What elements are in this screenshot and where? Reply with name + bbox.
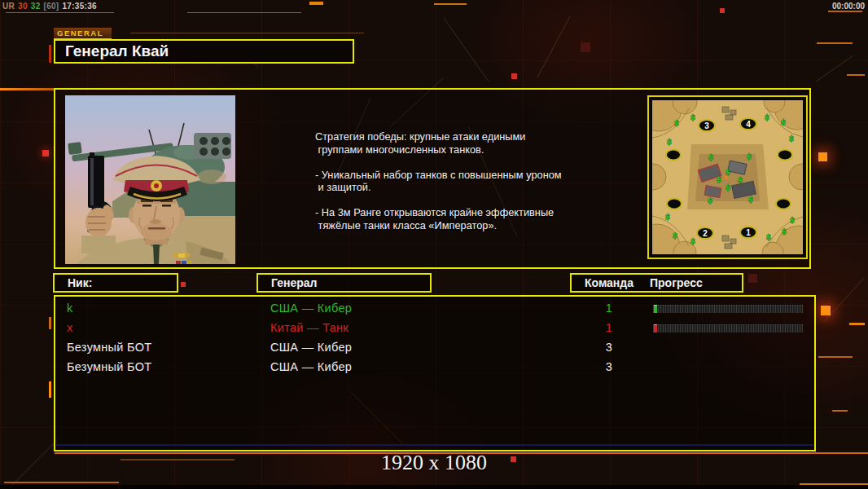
decor-line: [434, 3, 467, 5]
map-supply-icon: $: [766, 233, 771, 241]
gentool-stat3: [60]: [44, 2, 59, 11]
player-general: США — Кибер: [270, 360, 352, 373]
map-supply-icon: $: [726, 183, 730, 192]
map-preview-image: 3421$$$$$$$$$$$$$$$$$$$$: [652, 100, 803, 254]
decor-line: [832, 410, 848, 412]
decor-square: [818, 152, 827, 161]
decor-line: [130, 33, 364, 33]
resolution-label: 1920 x 1080: [0, 451, 868, 475]
player-general: США — Кибер: [270, 302, 352, 315]
players-table: kСША — Кибер1xКитай — Танк1Безумный БОТС…: [54, 295, 816, 452]
gentool-stat2: 32: [31, 2, 41, 11]
general-tag: GENERAL: [54, 28, 112, 39]
decor-bar: [49, 45, 51, 63]
player-team: 3: [601, 341, 617, 354]
player-nick: x: [67, 321, 73, 334]
map-supply-icon: $: [726, 168, 730, 176]
map-supply-icon: $: [690, 113, 695, 121]
player-team: 1: [601, 321, 617, 334]
map-supply-icon: $: [748, 196, 753, 204]
gentool-stat1: 30: [18, 2, 28, 11]
map-supply-icon: $: [747, 152, 752, 161]
general-header-label: Генерал: [271, 276, 318, 289]
player-nick: k: [67, 302, 73, 315]
decor-line: [187, 12, 301, 13]
map-supply-icon: $: [781, 118, 786, 126]
map-supply-icon: $: [782, 227, 787, 236]
map-oil-spot: [667, 199, 682, 209]
decor-line: [4, 482, 119, 483]
general-title: Генерал Квай: [65, 42, 169, 59]
player-row: Безумный БОТСША — Кибер3: [55, 338, 814, 358]
player-progress-bar: [653, 305, 803, 313]
general-briefing-text: Стратегия победы: крупные атаки едиными …: [315, 130, 641, 231]
map-supply-icon: $: [708, 196, 712, 205]
decor-square: [42, 150, 49, 156]
map-supply-icon: $: [789, 134, 794, 143]
map-supply-icon: $: [717, 175, 721, 183]
player-row: kСША — Кибер1: [55, 299, 814, 319]
gentool-overlay: UR3032[60]17:35:36: [2, 2, 100, 11]
player-row: Безумный БОТСША — Кибер3: [55, 358, 814, 377]
general-title-box: Генерал Квай: [54, 39, 354, 64]
map-start-number: 3: [704, 121, 709, 130]
map-supply-icon: $: [667, 138, 672, 146]
bottom-strip: [0, 485, 868, 489]
nick-header-label: Ник:: [68, 276, 92, 289]
decor-line: [817, 42, 853, 44]
decor-bar: [49, 381, 51, 398]
decor-square: [581, 42, 590, 52]
map-supply-icon: $: [765, 113, 769, 121]
player-team: 1: [601, 302, 617, 315]
map-supply-icon: $: [673, 231, 677, 240]
decor-line: [847, 74, 865, 76]
decor-square: [821, 306, 831, 315]
player-general: Китай — Танк: [270, 321, 349, 334]
gentool-clock: 17:35:36: [63, 2, 97, 11]
player-team: 3: [601, 360, 617, 373]
map-start-number: 4: [746, 120, 751, 129]
map-supply-icon: $: [708, 153, 713, 161]
decor-square: [511, 73, 517, 79]
player-nick: Безумный БОТ: [67, 360, 151, 373]
match-timer: 00:00:00: [832, 2, 865, 11]
map-oil-spot: [776, 199, 791, 209]
map-start-number: 1: [746, 228, 751, 237]
map-supply-icon: $: [690, 237, 695, 245]
decor-dash: [849, 323, 865, 325]
column-header-nick: Ник:: [53, 273, 178, 293]
player-general: США — Кибер: [270, 341, 352, 354]
decor-line: [828, 11, 862, 12]
map-supply-icon: $: [674, 119, 679, 127]
general-portrait: [65, 95, 235, 264]
column-header-general: Генерал: [256, 273, 432, 293]
map-oil-spot: [666, 150, 681, 161]
map-supply-icon: $: [738, 176, 743, 184]
progress-fill: [654, 324, 657, 333]
decor-dash: [0, 88, 54, 90]
decor-dash: [309, 2, 323, 5]
player-progress-bar: [653, 324, 803, 333]
map-start-number: 2: [703, 229, 708, 238]
map-preview: 3421$$$$$$$$$$$$$$$$$$$$: [647, 95, 808, 259]
decor-square: [748, 274, 757, 283]
decor-line: [818, 356, 853, 358]
game-loading-screen: UR3032[60]17:35:36 00:00:00 GENERAL Гене…: [0, 0, 868, 489]
map-oil-spot: [778, 150, 792, 161]
progress-header-label: Прогресс: [650, 275, 703, 291]
general-info-panel: Стратегия победы: крупные атаки едиными …: [54, 88, 811, 269]
decor-square: [181, 282, 186, 287]
decor-bar: [49, 317, 51, 329]
player-row: xКитай — Танк1: [55, 319, 814, 338]
player-rows: kСША — Кибер1xКитай — Танк1Безумный БОТС…: [55, 297, 814, 450]
gentool-label: UR: [2, 2, 15, 11]
map-supply-icon: $: [790, 216, 795, 224]
decor-line: [6, 12, 114, 13]
decor-blue-line: [56, 444, 813, 446]
decor-square: [720, 8, 725, 13]
progress-fill: [654, 305, 657, 313]
player-nick: Безумный БОТ: [67, 341, 151, 354]
team-header-label: Команда: [585, 275, 633, 291]
map-supply-icon: $: [665, 213, 670, 221]
general-portrait-image: [65, 95, 235, 264]
